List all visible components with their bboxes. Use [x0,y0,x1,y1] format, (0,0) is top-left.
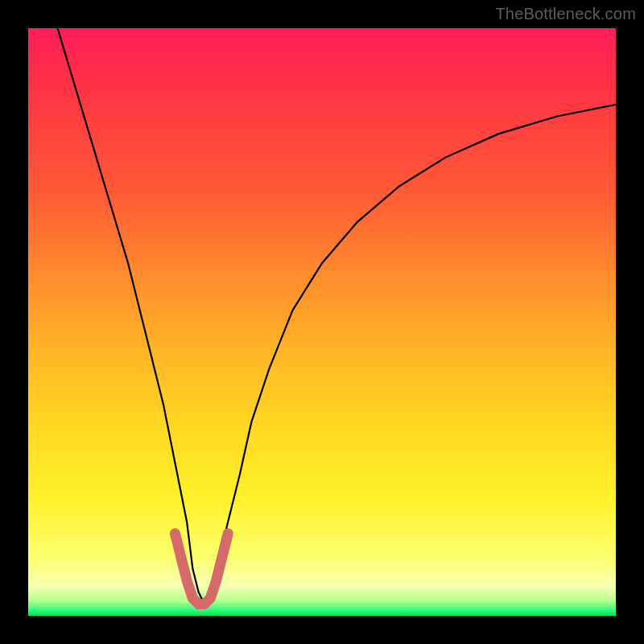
chart-frame: TheBottleneck.com [0,0,644,644]
curve-svg [28,28,616,616]
bottleneck-curve [58,28,617,604]
watermark-text: TheBottleneck.com [495,5,636,23]
plot-area [28,28,616,616]
highlight-band [175,534,229,605]
